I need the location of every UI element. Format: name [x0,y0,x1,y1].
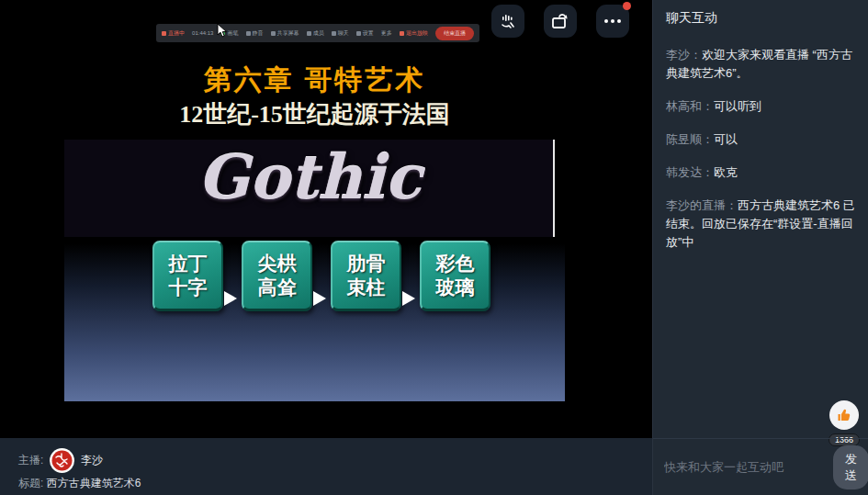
stream-info-footer: 主播: 李沙 标题: 西方古典建筑艺术6 [0,438,652,495]
host-row: 主播: 李沙 [18,448,103,473]
toolbar-item-mute[interactable]: 静音 [246,29,264,38]
chat-system-message: 李沙的直播：西方古典建筑艺术6 已结束。回放已保存在“群设置-直播回放”中 [666,197,859,252]
end-live-button[interactable]: 结束直播 [435,27,474,40]
exit-icon [400,31,404,36]
thumbs-up-icon [836,407,852,423]
chat-message-text: 可以 [714,132,738,146]
mouse-cursor [217,24,230,39]
chat-message-list: 李沙：欢迎大家来观看直播 “西方古典建筑艺术6”。 林高和：可以听到 陈昱顺：可… [666,46,859,266]
chat-message: 林高和：可以听到 [666,97,859,116]
sound-wave-icon [499,12,517,30]
keyword-line: 拉丁 [169,252,208,276]
toolbar-item-settings[interactable]: 设置 [356,29,374,38]
slide-image-edge-line [553,140,555,237]
rotate-screen-button[interactable] [544,5,577,38]
keyword-line: 束柱 [347,276,386,299]
rotate-screen-icon [550,11,570,31]
keyword-line: 高耸 [258,276,297,299]
chat-panel: 聊天互动 李沙：欢迎大家来观看直播 “西方古典建筑艺术6”。 林高和：可以听到 … [652,0,868,495]
title-row: 标题: 西方古典建筑艺术6 [18,476,141,491]
chat-message-input[interactable] [664,460,826,474]
gothic-image: Gothic [64,140,555,237]
host-name: 李沙 [81,453,103,468]
chat-message: 韩发达：欧克 [666,163,859,182]
slide-chapter-title: 第六章 哥特艺术 [64,62,565,99]
slide-subtitle: 12世纪-15世纪起源于法国 [64,98,565,130]
toolbar-item-members[interactable]: 成员 [307,29,324,38]
chat-message-sender: 陈昱顺： [666,132,714,146]
toolbar-item-share-screen[interactable]: 共享屏幕 [271,29,299,38]
stream-stage: 直播中 01:44:13 画笔 静音 共享屏幕 成员 聊天 设置 更多 退出放映… [0,0,652,438]
toolbar-item-timer: 01:44:13 [192,30,213,36]
arrow-right-icon [313,291,326,306]
stream-title-value: 西方古典建筑艺术6 [47,477,141,489]
toolbar-item-chat[interactable]: 聊天 [332,29,349,38]
live-stream-window: 直播中 01:44:13 画笔 静音 共享屏幕 成员 聊天 设置 更多 退出放映… [0,0,868,495]
keyword-box-rib-vault: 肋骨 束柱 [331,241,401,311]
keyword-line: 十字 [169,276,208,299]
toolbar-item-more[interactable]: 更多 [381,29,392,38]
microphone-icon [246,31,251,36]
chat-message-sender: 韩发达： [666,165,714,179]
gear-icon [356,31,361,36]
toolbar-item-exit[interactable]: 退出放映 [400,29,428,38]
chat-panel-title: 聊天互动 [666,10,717,27]
live-icon [162,31,166,36]
chat-icon [332,31,336,36]
seal-avatar-icon [51,450,73,471]
keyword-box-pointed-arch: 尖栱 高耸 [242,241,312,311]
presentation-slide: 第六章 哥特艺术 12世纪-15世纪起源于法国 Gothic 拉丁 十字 尖栱 … [64,51,565,401]
chat-message-sender: 李沙的直播： [666,198,738,212]
chat-message-text: 可以听到 [714,99,761,113]
chat-message-sender: 林高和： [666,99,714,113]
keyword-line: 肋骨 [347,252,386,276]
share-screen-icon [271,31,276,36]
keyword-line: 彩色 [436,252,475,276]
stream-title-label: 标题: [18,477,43,489]
chat-message: 李沙：欢迎大家来观看直播 “西方古典建筑艺术6”。 [666,46,859,83]
more-dots-icon [604,19,621,23]
keyword-box-stained-glass: 彩色 玻璃 [420,241,490,311]
members-icon [307,31,311,36]
chat-message: 陈昱顺：可以 [666,130,859,149]
gothic-word-text: Gothic [64,141,555,213]
host-avatar [50,448,74,473]
like-button[interactable] [829,400,859,430]
host-label: 主播: [18,453,43,468]
presentation-toolbar: 直播中 01:44:13 画笔 静音 共享屏幕 成员 聊天 设置 更多 退出放映… [156,24,479,42]
notification-dot [623,2,631,10]
arrow-right-icon [402,291,415,306]
keyword-line: 玻璃 [436,276,475,299]
toolbar-item-live[interactable]: 直播中 [162,29,185,38]
chat-message-sender: 李沙： [666,48,702,62]
arrow-right-icon [224,291,237,306]
keyword-box-latin-cross: 拉丁 十字 [152,241,223,311]
audio-effects-button[interactable] [491,5,524,38]
send-button[interactable]: 发送 [833,445,868,489]
keyword-line: 尖栱 [258,252,297,276]
chat-message-text: 欧克 [714,165,738,179]
chat-input-bar: 发送 [653,438,868,495]
